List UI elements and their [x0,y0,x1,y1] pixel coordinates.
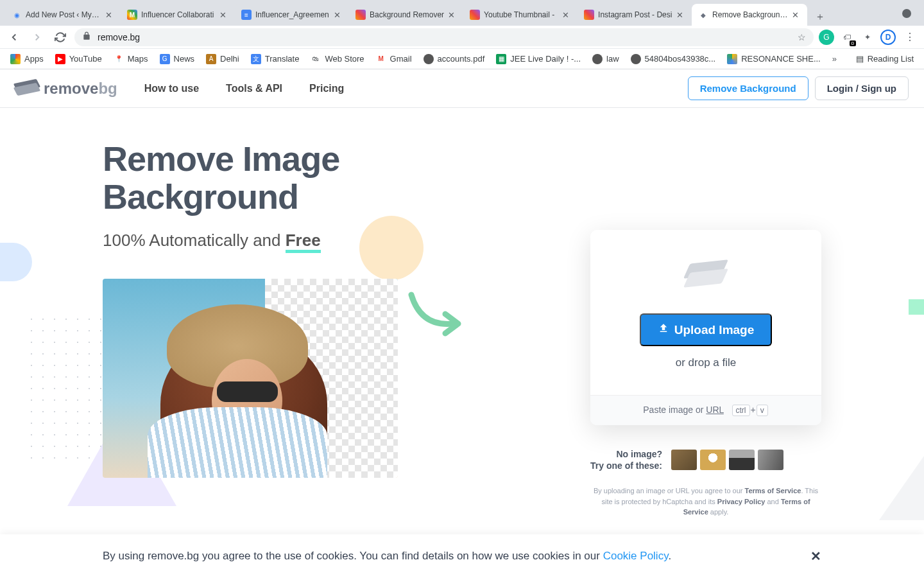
bookmark-gmail[interactable]: MGmail [371,51,417,67]
bookmark-law[interactable]: law [587,51,624,67]
cookie-policy-link[interactable]: Cookie Policy [603,550,669,562]
bookmarks-overflow-icon[interactable]: » [830,51,839,66]
bookmark-webstore[interactable]: 🛍Web Store [305,51,369,67]
tab-title: Influencer_Agreemen [255,10,330,19]
reading-list-button[interactable]: ▤Reading List [851,51,919,66]
logo-icon [15,81,38,96]
kbd-ctrl: ctrl [732,405,750,416]
bookmark-translate[interactable]: 文Translate [246,51,305,67]
tab-title: Instagram Post - Desi [598,10,672,19]
sample-thumb-1[interactable] [671,450,697,470]
sample-thumb-2[interactable] [700,450,726,470]
page-title: Remove ImageBackground [103,140,501,216]
maps-icon: 📍 [114,54,124,64]
bookmark-youtube[interactable]: ▶YouTube [50,51,107,67]
bookmark-jee[interactable]: ▦JEE Live Daily ! -... [491,51,586,67]
login-signup-button[interactable]: Login / Sign up [815,76,909,100]
close-icon[interactable]: ✕ [334,10,343,19]
tab-title: Youtube Thumbnail - [484,10,558,19]
bookmark-delhi[interactable]: ADelhi [201,51,244,67]
sample-images-row: No image?Try one of these: [590,448,821,471]
url-text: remove.bg [98,32,140,42]
hero-sample-image [103,279,398,478]
news-icon: G [160,54,170,64]
close-icon[interactable]: ✕ [219,10,228,19]
arrow-icon [408,292,466,343]
ext-shopping-icon[interactable]: 🏷0 [839,30,855,45]
page-subtitle: 100% Automatically and Free [103,231,501,250]
webstore-icon: 🛍 [311,54,321,64]
tab-0[interactable]: ◉Add New Post ‹ MyS…✕ [5,4,121,26]
bookmark-accounts[interactable]: accounts.pdf [418,51,490,67]
tos-link[interactable]: Terms of Service [745,487,801,495]
pdf-icon [631,54,641,64]
address-bar[interactable]: remove.bg ☆ [74,28,814,46]
tab-4[interactable]: Youtube Thumbnail -✕ [463,4,578,26]
ext-grammarly-icon[interactable]: G [819,30,834,45]
page-content: removebg How to use Tools & API Pricing … [0,69,924,578]
pdf-icon [424,54,434,64]
favicon-icon [584,10,594,20]
tab-title: Background Remover [370,10,444,19]
paste-url-link[interactable]: URL [706,405,724,415]
site-logo[interactable]: removebg [15,80,117,98]
forward-button[interactable] [28,28,46,46]
bookmark-maps[interactable]: 📍Maps [108,51,153,67]
tab-title: Remove Background f [712,10,788,19]
tab-search-icon[interactable] [902,9,911,18]
privacy-link[interactable]: Privacy Policy [717,498,766,505]
cookie-text: By using remove.bg you agree to the use … [103,550,671,563]
favicon-icon: M [127,10,137,20]
sample-thumb-4[interactable] [758,450,783,470]
tab-6[interactable]: ◆Remove Background f✕ [692,4,807,26]
close-icon[interactable]: ✕ [105,10,114,19]
favicon-icon: ≡ [241,10,252,20]
extensions-icon[interactable]: ✦ [860,30,875,45]
close-icon[interactable]: ✕ [676,10,685,19]
legal-text: By uploading an image or URL you agree t… [590,486,821,518]
browser-tab-strip: ◉Add New Post ‹ MyS…✕ MInfluencer Collab… [0,0,924,26]
nav-how-to-use[interactable]: How to use [144,83,199,94]
nav-tools-api[interactable]: Tools & API [226,83,282,94]
cookie-close-icon[interactable]: ✕ [810,548,821,564]
bookmark-54804[interactable]: 54804bos43938c... [626,51,721,67]
tab-1[interactable]: MInfluencer Collaborati✕ [121,4,235,26]
browser-toolbar: remove.bg ☆ G 🏷0 ✦ D ⋮ [0,26,924,49]
favicon-icon [470,10,480,20]
new-tab-button[interactable]: ＋ [811,8,829,26]
translate-icon: 文 [251,54,261,64]
remove-background-button[interactable]: Remove Background [688,76,809,100]
bookmark-resonance[interactable]: RESONANCE SHE... [722,51,826,67]
chrome-menu-icon[interactable]: ⋮ [901,28,919,46]
bookmark-news[interactable]: GNews [155,51,200,67]
nav-pricing[interactable]: Pricing [309,83,344,94]
reload-button[interactable] [51,28,69,46]
tab-title: Add New Post ‹ MyS… [26,10,101,19]
apps-icon [10,54,21,64]
tab-5[interactable]: Instagram Post - Desi✕ [578,4,692,26]
close-icon[interactable]: ✕ [448,10,457,19]
sheets-icon: ▦ [496,54,506,64]
bookmark-apps[interactable]: Apps [5,51,49,67]
drop-file-text: or drop a file [610,356,802,369]
tab-3[interactable]: Background Remover✕ [349,4,463,26]
favicon-icon: ◉ [12,10,22,20]
bookmarks-bar: Apps ▶YouTube 📍Maps GNews ADelhi 文Transl… [0,49,924,69]
favicon-icon [355,10,366,20]
favicon-icon: ◆ [698,10,708,20]
youtube-icon: ▶ [55,54,65,64]
back-button[interactable] [5,28,23,46]
sample-thumb-3[interactable] [729,450,755,470]
tab-2[interactable]: ≡Influencer_Agreemen✕ [235,4,349,26]
upload-icon [658,322,669,337]
sample-label: No image?Try one of these: [590,448,662,471]
ext-profile-icon[interactable]: D [880,30,896,45]
close-icon[interactable]: ✕ [792,10,801,19]
site-header: removebg How to use Tools & API Pricing … [0,69,924,108]
reading-list-icon: ▤ [856,54,864,64]
upload-image-button[interactable]: Upload Image [640,313,773,346]
upload-stack-icon [680,262,732,294]
close-icon[interactable]: ✕ [562,10,571,19]
bookmark-star-icon[interactable]: ☆ [798,32,806,42]
gmail-icon: M [376,54,386,64]
